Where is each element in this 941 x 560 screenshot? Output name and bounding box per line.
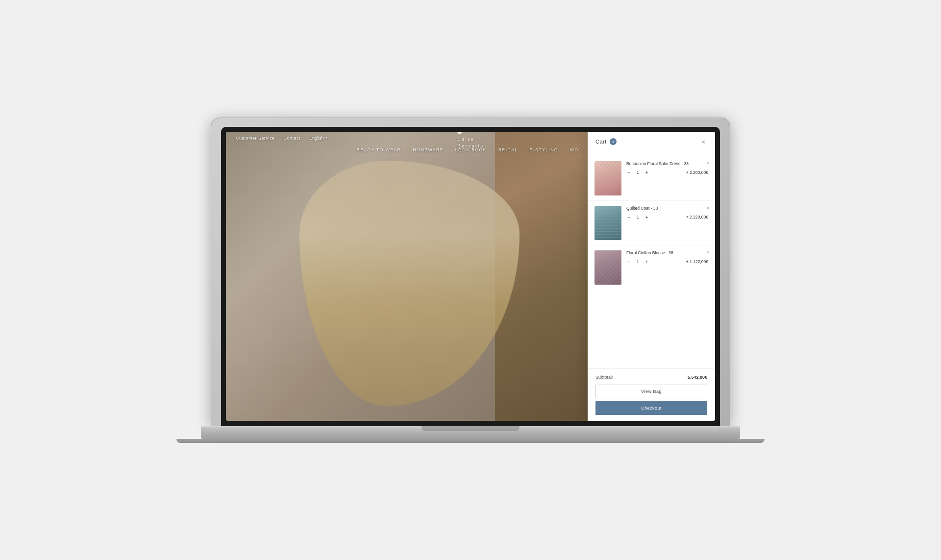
qty-plus-btn-3[interactable]: + <box>644 259 649 265</box>
cart-title-area: Cart 3 <box>595 138 617 145</box>
view-bag-button[interactable]: View Bag <box>595 385 707 398</box>
cart-item: Quilted Coat - 38 − 1 + + 2.220,00€ <box>588 201 715 245</box>
cart-item-name-2: Quilted Coat - 38 <box>626 206 708 212</box>
laptop-feet <box>176 439 765 443</box>
cart-badge: 3 <box>610 138 617 145</box>
cart-item-row-1: − 1 + + 2.200,00€ <box>626 170 708 175</box>
screen-content: Customer Service Contact English ▾ <box>226 132 715 421</box>
cart-item: Bottoncino Floral Satin Dress - 38 − 1 +… <box>588 156 715 201</box>
cart-item-image-2 <box>594 206 621 240</box>
cart-item-remove-3[interactable]: × <box>706 250 709 255</box>
contact-link[interactable]: Contact <box>284 136 301 141</box>
logo-drop-icon <box>457 132 484 135</box>
customer-service-link[interactable]: Customer Service <box>236 136 275 141</box>
cart-panel: Cart 3 × Bottoncino Floral Satin Dress -… <box>588 132 715 421</box>
cart-item-qty-1: − 1 + <box>626 170 649 175</box>
chevron-down-icon: ▾ <box>325 136 327 140</box>
subtotal-row: Subtotal: 5.542,00€ <box>595 375 707 380</box>
language-label: English <box>309 136 324 141</box>
top-bar-left: Customer Service Contact English ▾ <box>236 136 327 141</box>
cart-header: Cart 3 × <box>588 132 715 152</box>
qty-value-1: 1 <box>635 170 640 175</box>
cart-item-name-3: Floral Chiffon Blouse - 38 <box>626 250 708 256</box>
cart-items-list: Bottoncino Floral Satin Dress - 38 − 1 +… <box>588 152 715 368</box>
qty-minus-btn-2[interactable]: − <box>626 214 631 220</box>
cart-item-qty-2: − 1 + <box>626 214 649 220</box>
cart-item-info-3: Floral Chiffon Blouse - 38 − 1 + + 1.122… <box>626 250 708 285</box>
nav-ready-to-wear[interactable]: READY TO WEAR <box>357 147 401 152</box>
logo-line1: Luisa <box>457 135 484 142</box>
checkout-button[interactable]: Checkout <box>595 401 707 415</box>
cart-item-info-2: Quilted Coat - 38 − 1 + + 2.220,00€ <box>626 206 708 240</box>
cart-item-qty-3: − 1 + <box>626 259 649 265</box>
qty-value-2: 1 <box>635 215 640 219</box>
laptop-notch <box>421 426 520 431</box>
qty-minus-btn-3[interactable]: − <box>626 259 631 265</box>
cart-item-image-1 <box>594 161 621 195</box>
cart-item-remove-1[interactable]: × <box>706 161 709 166</box>
cart-item-row-3: − 1 + + 1.122,00€ <box>626 259 708 265</box>
cart-item-info-1: Bottoncino Floral Satin Dress - 38 − 1 +… <box>626 161 708 195</box>
qty-minus-btn-1[interactable]: − <box>626 170 631 175</box>
cart-item-image-3 <box>594 250 621 285</box>
qty-plus-btn-2[interactable]: + <box>644 214 649 220</box>
laptop-screen-bezel: Customer Service Contact English ▾ <box>221 127 720 426</box>
qty-plus-btn-1[interactable]: + <box>644 170 649 175</box>
subtotal-label: Subtotal: <box>595 375 613 380</box>
laptop-wrapper: Customer Service Contact English ▾ <box>211 118 730 443</box>
cart-close-button[interactable]: × <box>699 138 707 146</box>
nav-e-styling[interactable]: E-STYLING <box>530 147 558 152</box>
laptop-base <box>201 426 740 439</box>
cart-item-price-3: + 1.122,00€ <box>686 259 708 264</box>
main-nav: READY TO WEAR HOMEWARE LOOK BOOK BRIDAL … <box>347 145 594 155</box>
cart-item: Floral Chiffon Blouse - 38 − 1 + + 1.122… <box>588 245 715 290</box>
nav-women[interactable]: WO... <box>570 147 584 152</box>
qty-value-3: 1 <box>635 259 640 264</box>
cart-title: Cart <box>595 139 607 145</box>
cart-item-price-2: + 2.220,00€ <box>686 215 708 219</box>
cart-footer: Subtotal: 5.542,00€ View Bag Checkout <box>588 368 715 421</box>
laptop-screen-outer: Customer Service Contact English ▾ <box>211 118 730 426</box>
cart-item-row-2: − 1 + + 2.220,00€ <box>626 214 708 220</box>
cart-item-remove-2[interactable]: × <box>706 206 709 211</box>
cart-item-name-1: Bottoncino Floral Satin Dress - 38 <box>626 161 708 167</box>
language-selector[interactable]: English ▾ <box>309 136 327 141</box>
nav-look-book[interactable]: LOOK BOOK <box>455 147 487 152</box>
nav-bridal[interactable]: BRIDAL <box>498 147 518 152</box>
cart-item-price-1: + 2.200,00€ <box>686 170 708 175</box>
nav-homeware[interactable]: HOMEWARE <box>413 147 444 152</box>
subtotal-value: 5.542,00€ <box>688 375 707 380</box>
